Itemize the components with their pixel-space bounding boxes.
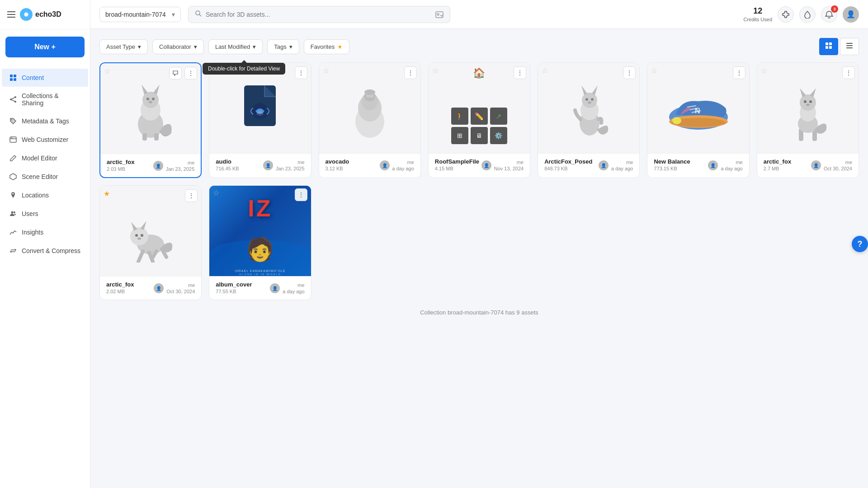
star-btn-4[interactable]: ☆ [432,66,439,75]
card-name-9: album_cover [216,281,252,288]
list-view-button[interactable] [840,38,859,55]
sidebar-item-metadata[interactable]: Metadata & Tags [2,112,88,130]
card-avatar-8: 👤 [154,283,164,293]
grid-view-button[interactable] [819,38,838,55]
user-avatar[interactable]: 👤 [843,6,859,23]
favorites-filter[interactable]: Favorites ★ [304,39,349,54]
help-button[interactable]: ? [852,236,868,252]
card-info-1: arctic_fox 2.03 MB 👤 me Jan 23, 2025 [100,154,201,177]
card-overlay-1: ☆ ⋮ [104,67,197,80]
tags-filter[interactable]: Tags ▾ [267,39,299,54]
card-date-6: a day ago [721,166,742,171]
asset-card-4[interactable]: 🏠 🚶 ✏️ ↗ ⊞ 🖥 ⚙️ ☆ [428,62,530,178]
more-btn-8[interactable]: ⋮ [185,189,198,202]
star-btn-8[interactable]: ★ [104,189,110,198]
sidebar-item-content[interactable]: Content [2,69,88,87]
star-btn-5[interactable]: ☆ [542,66,548,75]
sidebar-item-users[interactable]: Users [2,205,88,223]
star-btn-3[interactable]: ☆ [323,66,329,75]
workspace-selector[interactable]: broad-mountain-7074 ▾ [99,7,181,22]
asset-card-1[interactable]: ☆ ⋮ arctic_fox 2.03 MB [99,62,202,178]
svg-point-44 [256,111,264,116]
image-search-icon[interactable] [435,10,443,19]
more-btn-1[interactable]: ⋮ [184,67,197,80]
more-btn-4[interactable]: ⋮ [514,66,526,79]
svg-line-9 [11,97,15,99]
card-date-3: a day ago [392,166,414,171]
more-btn-9[interactable]: ⋮ [295,188,307,201]
content-area: Asset Type ▾ Collaborator ▾ Last Modifie… [90,29,868,488]
star-btn-9[interactable]: ☆ [213,188,219,197]
asset-card-8[interactable]: ★ ⋮ arctic_fox 2.02 MB 👤 me [99,185,202,300]
svg-point-36 [146,98,149,100]
sidebar-item-scene-editor-label: Scene Editor [22,173,58,180]
arrow-icon: ↗ [490,108,507,125]
card-info-5: ArcticFox_Posed 848.73 KB 👤 me a day ago [538,153,639,177]
sidebar-item-insights[interactable]: Insights [2,223,88,241]
card-info-2: audio 716.45 KB 👤 me Jan 23, 2025 [209,153,311,177]
collaborator-filter[interactable]: Collaborator ▾ [152,39,204,54]
collaborator-label: Collaborator [159,43,191,50]
asset-card-9[interactable]: 🧑 IZ ISRAEL KAMAKAWIWO'OLE ALONE IN IZ W… [209,185,311,300]
svg-rect-4 [10,78,13,81]
asset-card-7[interactable]: ☆ ⋮ arctic_fox 2.7 MB 👤 me [757,62,859,178]
card-user-9: me [297,282,304,288]
roof-buttons: 🚶 ✏️ ↗ ⊞ 🖥 ⚙️ [451,108,507,144]
star-btn-7[interactable]: ☆ [761,66,767,75]
asset-card-2[interactable]: ☆ ⋮ audio 716.45 KB 👤 me [209,62,311,178]
card-size-6: 773.15 KB [654,166,690,171]
star-btn-1[interactable]: ☆ [104,67,110,75]
more-btn-6[interactable]: ⋮ [733,66,745,79]
card-info-7: arctic_fox 2.7 MB 👤 me Oct 30, 2024 [757,153,859,177]
more-btn-2[interactable]: ⋮ [295,66,307,79]
asset-card-5[interactable]: ☆ ⋮ ArcticFox_Posed 848.73 KB 👤 me [538,62,640,178]
favorites-star-icon: ★ [337,43,343,50]
star-btn-2[interactable]: ☆ [213,66,219,75]
more-btn-3[interactable]: ⋮ [404,66,417,79]
star-btn-6[interactable]: ☆ [651,66,657,75]
card-size-3: 3.12 KB [326,166,349,171]
convert-icon [9,247,17,255]
card-user-7: me [845,160,852,165]
puzzle-icon-button[interactable] [778,6,794,23]
new-button[interactable]: New + [5,37,85,57]
svg-rect-2 [10,75,13,77]
comment-btn-1[interactable] [169,67,182,80]
sidebar-item-web-customizer[interactable]: Web Customizer [2,131,88,149]
card-overlay-2: ☆ ⋮ [213,66,307,79]
more-btn-5[interactable]: ⋮ [623,66,636,79]
hamburger-menu[interactable] [7,11,15,18]
figure-icon: 🧑 [246,236,274,263]
water-drop-icon-button[interactable] [799,6,816,23]
sidebar-item-scene-editor[interactable]: Scene Editor [2,168,88,186]
last-modified-filter[interactable]: Last Modified ▾ [208,39,263,54]
card-size-4: 4.15 MB [435,166,479,171]
card-meta-1: 👤 me Jan 23, 2025 [153,160,195,172]
card-thumb-9: 🧑 IZ ISRAEL KAMAKAWIWO'OLE ALONE IN IZ W… [209,186,311,276]
sidebar-item-collections[interactable]: Collections & Sharing [2,87,88,112]
tags-label: Tags [274,43,286,50]
asset-card-3[interactable]: ☆ ⋮ avocado 3.12 KB 👤 me [319,62,421,178]
asset-type-filter[interactable]: Asset Type ▾ [99,39,148,54]
fox-posed-svg [561,74,616,142]
card-thumb-1: ☆ ⋮ [100,63,201,154]
search-input[interactable] [206,11,432,18]
svg-marker-54 [581,85,587,95]
card-avatar-6: 👤 [708,160,718,170]
card-date-7: Oct 30, 2024 [824,166,852,171]
svg-point-50 [364,89,375,95]
svg-rect-5 [14,78,16,81]
card-thumb-2: ☆ ⋮ [209,63,311,153]
notification-icon-button[interactable]: 3 [821,6,837,23]
sidebar-item-model-editor[interactable]: Model Editor [2,149,88,167]
sidebar-item-locations[interactable]: Locations [2,186,88,204]
card-actions-1: ⋮ [169,67,197,80]
card-info-9: album_cover 77.55 KB 👤 me a day ago [209,276,311,300]
top-header: broad-mountain-7074 ▾ 12 Credits Used [90,0,868,29]
sidebar-header: echo3D [0,0,90,29]
more-btn-7[interactable]: ⋮ [842,66,855,79]
sidebar-item-convert[interactable]: Convert & Compress [2,242,88,260]
svg-point-74 [804,100,807,103]
asset-card-6[interactable]: N ☆ ⋮ [647,62,749,178]
svg-point-56 [585,98,588,101]
